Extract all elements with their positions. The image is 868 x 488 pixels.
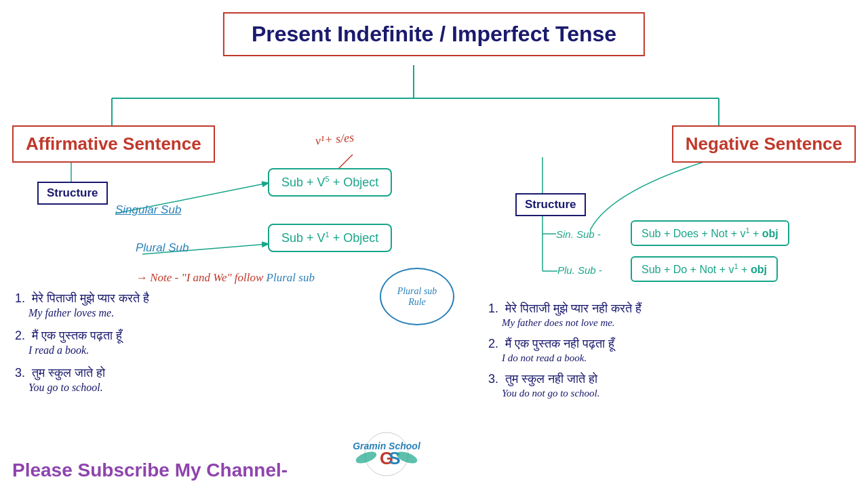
example-right-1-english: My father does not love me. bbox=[502, 317, 642, 329]
example-left-3-hindi: 3. तुम स्कुल जाते हो bbox=[15, 366, 149, 380]
example-left-1-english: My father loves me. bbox=[28, 307, 149, 319]
example-right-2-english: I do not read a book. bbox=[502, 352, 642, 364]
vs-annotation: v¹+ s/es bbox=[315, 131, 355, 148]
sin-sub-label: Sin. Sub - bbox=[556, 228, 601, 240]
example-right-2: 2. मैं एक पुस्तक नही पढ़ता हूँ I do not … bbox=[488, 337, 642, 364]
example-left-2-english: I read a book. bbox=[28, 344, 149, 357]
example-right-3-english: You do not go to school. bbox=[502, 388, 642, 399]
example-right-3: 3. तुम स्कुल नही जाते हो You do not go t… bbox=[488, 372, 642, 399]
examples-affirmative: 1. मेरे पिताजी मुझे प्यार करते है My fat… bbox=[15, 291, 149, 403]
affirmative-sentence-box: Affirmative Sentence bbox=[12, 125, 215, 163]
example-right-1: 1. मेरे पिताजी मुझे प्यार नही करते हैं M… bbox=[488, 302, 642, 329]
formula-box-negative-singular: Sub + Does + Not + v1 + obj bbox=[631, 220, 789, 246]
formula-box-affirmative-plural: Sub + V1 + Object bbox=[268, 224, 392, 252]
example-left-1-hindi: 1. मेरे पिताजी मुझे प्यार करते है bbox=[15, 291, 149, 306]
example-right-1-hindi: 1. मेरे पिताजी मुझे प्यार नही करते हैं bbox=[488, 302, 642, 316]
formula-box-affirmative-singular: Sub + V5 + Object bbox=[268, 168, 392, 197]
plu-sub-label: Plu. Sub - bbox=[557, 264, 602, 276]
main-title: Present Indefinite / Imperfect Tense bbox=[223, 12, 645, 56]
formula-box-negative-plural: Sub + Do + Not + v1 + obj bbox=[631, 256, 778, 282]
example-left-3-english: You go to school. bbox=[28, 382, 149, 394]
structure-box-left: Structure bbox=[37, 182, 108, 205]
gramin-school-logo: Gramin School G S bbox=[353, 430, 420, 485]
singular-sub-label: Singular Sub bbox=[115, 203, 181, 217]
example-left-2: 2. मैं एक पुस्तक पढ़ता हूँ I read a book… bbox=[15, 329, 149, 357]
plural-sub-label: Plural Sub bbox=[136, 241, 189, 255]
note-text: → Note - "I and We" follow Plural sub bbox=[136, 271, 315, 285]
structure-box-right: Structure bbox=[515, 193, 586, 216]
example-left-1: 1. मेरे पिताजी मुझे प्यार करते है My fat… bbox=[15, 291, 149, 319]
plural-sub-rule-circle: Plural subRule bbox=[380, 268, 454, 325]
subscribe-text: Please Subscribe My Channel- bbox=[12, 460, 288, 481]
example-left-3: 3. तुम स्कुल जाते हो You go to school. bbox=[15, 366, 149, 394]
example-right-3-hindi: 3. तुम स्कुल नही जाते हो bbox=[488, 372, 642, 386]
example-right-2-hindi: 2. मैं एक पुस्तक नही पढ़ता हूँ bbox=[488, 337, 642, 351]
svg-point-17 bbox=[355, 449, 378, 466]
negative-sentence-box: Negative Sentence bbox=[672, 125, 856, 163]
examples-negative: 1. मेरे पिताजी मुझे प्यार नही करते हैं M… bbox=[488, 302, 642, 407]
example-left-2-hindi: 2. मैं एक पुस्तक पढ़ता हूँ bbox=[15, 329, 149, 343]
